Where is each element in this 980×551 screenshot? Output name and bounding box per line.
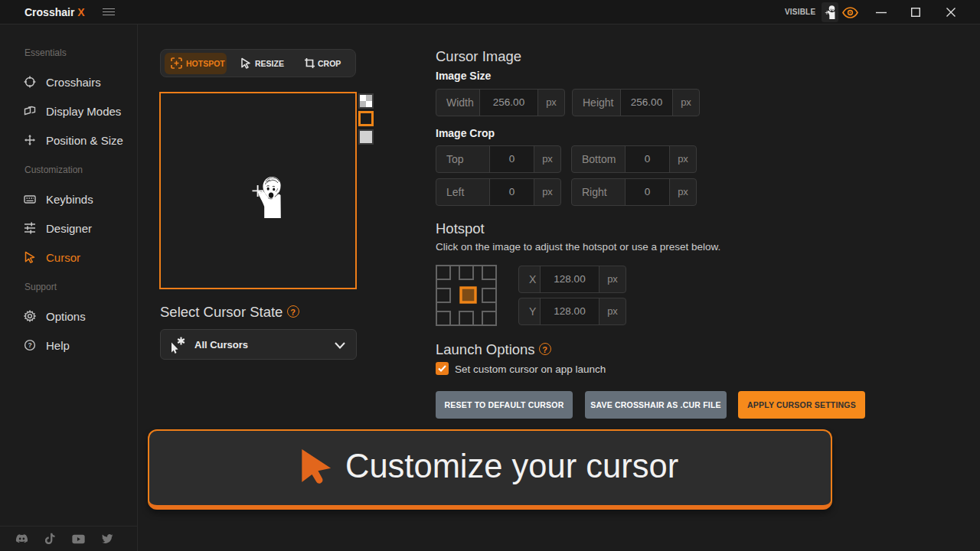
svg-text:?: ? [28, 341, 31, 349]
